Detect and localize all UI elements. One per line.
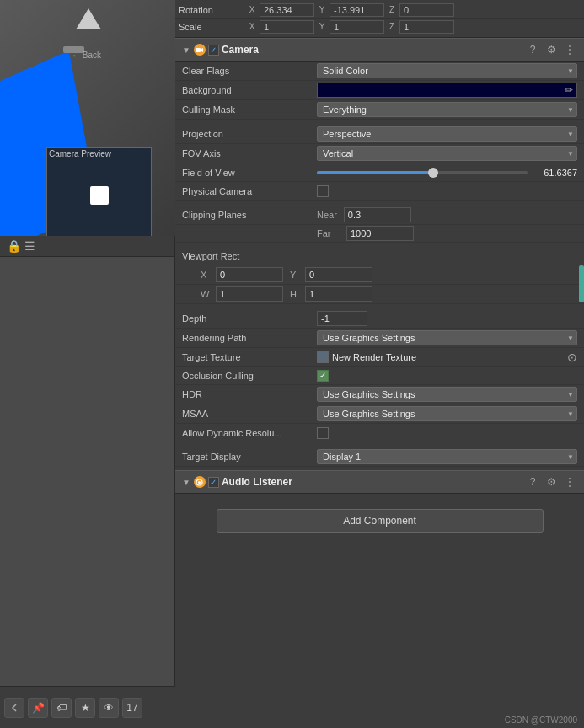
allow-dynamic-checkbox[interactable] bbox=[317, 427, 329, 439]
camera-enabled-checkbox[interactable]: ✓ bbox=[208, 45, 219, 56]
toolbar-tag-btn[interactable]: 🏷 bbox=[51, 698, 72, 718]
physical-camera-value bbox=[317, 185, 577, 197]
background-color-field[interactable]: ✏ bbox=[317, 83, 577, 98]
hdr-value: Use Graphics Settings bbox=[317, 387, 577, 402]
scale-x-input[interactable] bbox=[260, 20, 314, 34]
lock-icon[interactable]: 🔒 bbox=[7, 239, 21, 253]
texture-icon bbox=[317, 351, 329, 363]
lines-icon[interactable]: ☰ bbox=[24, 239, 35, 253]
near-input[interactable] bbox=[344, 207, 411, 222]
target-texture-edit-icon[interactable]: ⊙ bbox=[567, 351, 577, 364]
viewport-rect-header: Viewport Rect bbox=[175, 248, 584, 265]
transform-section: Rotation X Y Z Scale X Y Z bbox=[175, 0, 584, 38]
audio-more-icon[interactable]: ⋮ bbox=[562, 474, 577, 490]
toolbar-star-btn[interactable]: ★ bbox=[75, 698, 95, 718]
camera-settings-icon[interactable]: ⚙ bbox=[544, 42, 559, 57]
bottom-toolbar: 📌 🏷 ★ 👁 17 bbox=[0, 686, 175, 728]
svg-marker-1 bbox=[201, 48, 203, 52]
camera-more-icon[interactable]: ⋮ bbox=[562, 42, 577, 57]
depth-input[interactable] bbox=[317, 311, 367, 326]
scale-z-input[interactable] bbox=[399, 20, 454, 34]
target-display-select[interactable]: Display 1 bbox=[317, 449, 577, 464]
culling-mask-dropdown-wrapper[interactable]: Everything bbox=[317, 102, 577, 117]
camera-header-icons: ? ⚙ ⋮ bbox=[525, 42, 577, 57]
msaa-label: MSAA bbox=[182, 409, 317, 419]
vp-x-label: X bbox=[201, 270, 214, 280]
toolbar-back-btn[interactable] bbox=[4, 698, 24, 718]
depth-label: Depth bbox=[182, 313, 317, 324]
add-component-button[interactable]: Add Component bbox=[217, 509, 544, 533]
msaa-dropdown-wrapper[interactable]: Use Graphics Settings bbox=[317, 406, 577, 421]
depth-value bbox=[317, 311, 577, 326]
color-picker-icon[interactable]: ✏ bbox=[565, 84, 573, 96]
toolbar-pin-btn[interactable]: 📌 bbox=[28, 698, 48, 718]
audio-enabled-checkbox[interactable]: ✓ bbox=[208, 477, 219, 488]
vp-x-input[interactable] bbox=[216, 267, 283, 282]
rotation-row: Rotation X Y Z bbox=[175, 2, 584, 19]
clear-flags-dropdown-wrapper[interactable]: Solid Color bbox=[317, 63, 577, 78]
camera-preview: Camera Preview bbox=[46, 147, 152, 236]
hdr-select[interactable]: Use Graphics Settings bbox=[317, 387, 577, 402]
scale-label: Scale bbox=[179, 22, 246, 32]
fov-row: Field of View 61.6367 bbox=[175, 163, 584, 182]
fov-axis-select[interactable]: Vertical bbox=[317, 146, 577, 161]
scale-inputs: X Y Z bbox=[246, 20, 454, 34]
target-texture-value: New Render Texture ⊙ bbox=[317, 351, 577, 364]
target-display-value: Display 1 bbox=[317, 449, 577, 464]
background-label: Background bbox=[182, 85, 317, 95]
svg-rect-0 bbox=[196, 48, 201, 52]
vp-x-pair: X bbox=[201, 267, 283, 282]
viewport-wh-row: W H bbox=[175, 285, 584, 304]
background-value: ✏ bbox=[317, 83, 577, 98]
audio-fold-arrow-icon[interactable]: ▼ bbox=[182, 478, 190, 487]
vp-h-pair: H bbox=[290, 286, 372, 302]
physical-camera-checkbox[interactable] bbox=[317, 185, 329, 197]
inspector-panel: Rotation X Y Z Scale X Y Z ▼ bbox=[175, 0, 584, 728]
culling-mask-select[interactable]: Everything bbox=[317, 102, 577, 117]
camera-icon bbox=[194, 44, 206, 56]
physical-camera-row: Physical Camera bbox=[175, 182, 584, 201]
target-display-dropdown-wrapper[interactable]: Display 1 bbox=[317, 449, 577, 464]
fold-arrow-icon[interactable]: ▼ bbox=[182, 46, 190, 55]
rotation-z-input[interactable] bbox=[399, 3, 454, 17]
vp-y-label: Y bbox=[290, 270, 303, 280]
background-row: Background ✏ bbox=[175, 81, 584, 100]
scale-y-input[interactable] bbox=[330, 20, 384, 34]
toolbar-layers-btn[interactable]: 17 bbox=[122, 698, 142, 718]
left-panel: ← Back Camera Preview 🔒 ☰ 📌 🏷 ★ 👁 17 bbox=[0, 0, 175, 728]
audio-help-icon[interactable]: ? bbox=[525, 474, 540, 490]
vp-h-input[interactable] bbox=[305, 286, 372, 302]
fov-slider-container: 61.6367 bbox=[317, 168, 577, 178]
rotation-y-input[interactable] bbox=[330, 3, 384, 17]
clear-flags-select[interactable]: Solid Color bbox=[317, 63, 577, 78]
vp-y-input[interactable] bbox=[305, 267, 372, 282]
camera-component-header: ▼ ✓ Camera ? ⚙ ⋮ bbox=[175, 38, 584, 62]
camera-title: Camera bbox=[222, 44, 525, 56]
hdr-label: HDR bbox=[182, 389, 317, 399]
rendering-path-select[interactable]: Use Graphics Settings bbox=[317, 330, 577, 345]
footer-text: CSDN @CTW2000 bbox=[505, 715, 577, 725]
projection-select[interactable]: Perspective bbox=[317, 126, 577, 142]
rendering-path-dropdown-wrapper[interactable]: Use Graphics Settings bbox=[317, 330, 577, 345]
toolbar-eye-btn[interactable]: 👁 bbox=[99, 698, 119, 718]
fov-slider-track[interactable] bbox=[317, 171, 528, 174]
rotation-x-input[interactable] bbox=[260, 3, 314, 17]
projection-dropdown-wrapper[interactable]: Perspective bbox=[317, 126, 577, 142]
culling-mask-value: Everything bbox=[317, 102, 577, 117]
svg-point-3 bbox=[198, 481, 201, 484]
vp-w-label: W bbox=[201, 289, 214, 299]
rendering-path-label: Rendering Path bbox=[182, 333, 317, 343]
hdr-dropdown-wrapper[interactable]: Use Graphics Settings bbox=[317, 387, 577, 402]
fov-axis-label: FOV Axis bbox=[182, 148, 317, 158]
fov-axis-dropdown-wrapper[interactable]: Vertical bbox=[317, 146, 577, 161]
msaa-select[interactable]: Use Graphics Settings bbox=[317, 406, 577, 421]
vp-w-input[interactable] bbox=[216, 286, 283, 302]
audio-listener-title: Audio Listener bbox=[222, 476, 525, 488]
audio-settings-icon[interactable]: ⚙ bbox=[544, 474, 559, 490]
fov-slider-thumb[interactable] bbox=[428, 168, 438, 178]
far-input[interactable] bbox=[346, 226, 414, 241]
camera-help-icon[interactable]: ? bbox=[525, 42, 540, 57]
occlusion-culling-checkbox[interactable]: ✓ bbox=[317, 370, 329, 382]
rendering-path-value: Use Graphics Settings bbox=[317, 330, 577, 345]
far-label: Far bbox=[317, 228, 346, 238]
